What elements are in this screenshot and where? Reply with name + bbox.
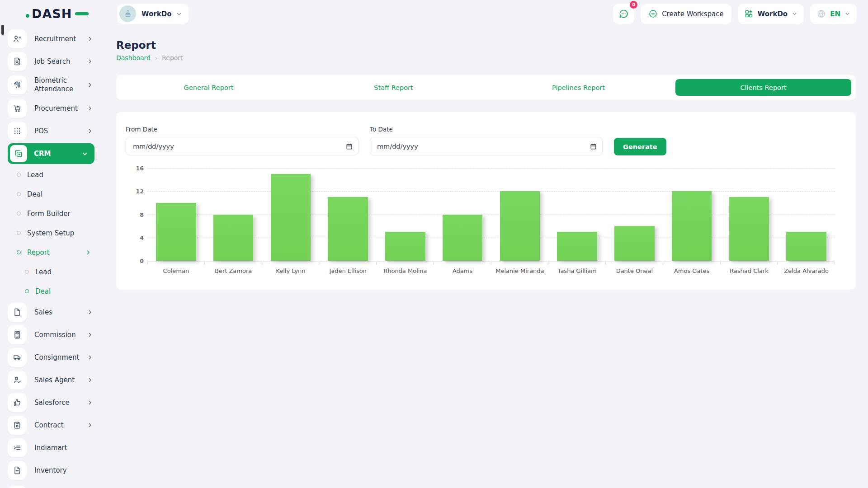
bar-slot-dante-oneal <box>606 168 663 261</box>
cart-icon <box>8 99 27 118</box>
list-arrow-icon <box>8 438 27 457</box>
chevron-right-icon <box>87 332 93 338</box>
bar-slot-tasha-gilliam <box>548 168 606 261</box>
sidebar-item-recruitment[interactable]: Recruitment <box>0 28 104 50</box>
language-button[interactable]: EN <box>810 4 857 24</box>
active-tab-button[interactable]: Clients Report <box>675 79 851 96</box>
report-tabbar: General ReportStaff ReportPipelines Repo… <box>116 75 856 100</box>
sidebar-item-item[interactable] <box>0 484 104 488</box>
sidebar-item-consignment[interactable]: Consignment <box>0 346 104 369</box>
breadcrumb: Dashboard › Report <box>116 54 856 61</box>
bar-kelly-lynn[interactable] <box>271 174 311 261</box>
x-axis-category-label: Rashad Clark <box>721 267 778 274</box>
sidebar-subitem-report[interactable]: Report <box>0 243 104 262</box>
bullet-icon <box>17 250 21 254</box>
calculator-icon <box>8 325 27 344</box>
bar-slot-coleman <box>147 168 205 261</box>
chevron-down-icon <box>81 150 88 157</box>
bar-slot-zelda-alvarado <box>778 168 835 261</box>
sidebar-item-crm[interactable]: CRM <box>8 143 94 164</box>
create-workspace-button[interactable]: Create Workspace <box>641 4 731 24</box>
sidebar-item-job-search[interactable]: Job Search <box>0 50 104 73</box>
sidebar-item-biometric-attendance[interactable]: Biometric Attendance <box>0 73 104 97</box>
sidebar-subitem-lead[interactable]: Lead <box>0 262 104 282</box>
sidebar-item-label: System Setup <box>27 229 91 237</box>
bar-rhonda-molina[interactable] <box>385 232 425 261</box>
sidebar-subitem-system-setup[interactable]: System Setup <box>0 223 104 243</box>
floppy-icon <box>8 416 27 435</box>
chevron-right-icon <box>87 309 93 315</box>
x-axis-category-label: Adams <box>434 267 491 274</box>
x-axis-category-label: Dante Oneal <box>606 267 663 274</box>
to-date-input[interactable] <box>370 137 603 155</box>
thumbs-up-icon <box>8 393 27 412</box>
chart-plot-area: 0481216 <box>147 168 835 262</box>
messages-button[interactable]: 0 <box>613 4 634 24</box>
tab-clients-report[interactable]: Clients Report <box>671 75 856 100</box>
y-axis-tick-label: 8 <box>127 211 144 218</box>
bar-slot-jaden-ellison <box>319 168 377 261</box>
file-icon <box>8 303 27 322</box>
tab-general-report[interactable]: General Report <box>116 75 301 100</box>
bar-tasha-gilliam[interactable] <box>557 232 597 261</box>
logo-dash-icon <box>75 12 89 15</box>
sidebar-item-label: Procurement <box>34 104 87 113</box>
sidebar-item-sales[interactable]: Sales <box>0 301 104 324</box>
sidebar-subitem-deal[interactable]: Deal <box>0 184 104 204</box>
sidebar-item-procurement[interactable]: Procurement <box>0 97 104 120</box>
grid-plus-icon <box>744 9 754 19</box>
workspace-switcher-button[interactable]: WorkDo <box>738 4 804 24</box>
message-count-badge: 0 <box>630 1 637 9</box>
bar-adams[interactable] <box>443 215 483 261</box>
bar-slot-amos-gates <box>663 168 721 261</box>
globe-icon <box>816 9 826 19</box>
bar-dante-oneal[interactable] <box>614 226 655 261</box>
bar-coleman[interactable] <box>156 203 196 261</box>
y-axis-tick-label: 16 <box>127 165 144 172</box>
sidebar-item-contract[interactable]: Contract <box>0 414 104 436</box>
bar-slot-adams <box>434 168 491 261</box>
x-axis-category-label: Rhonda Molina <box>377 267 434 274</box>
x-axis-category-label: Amos Gates <box>663 267 721 274</box>
chat-icon <box>618 9 629 19</box>
create-workspace-label: Create Workspace <box>662 10 724 18</box>
sidebar-item-inventory[interactable]: Inventory <box>0 459 104 482</box>
plus-circle-icon <box>648 9 658 19</box>
bar-amos-gates[interactable] <box>672 191 712 261</box>
from-date-input[interactable] <box>126 137 359 155</box>
sidebar-item-label: Indiamart <box>34 444 93 452</box>
chart-x-axis-labels: ColemanBert ZamoraKelly LynnJaden Elliso… <box>147 267 835 274</box>
bullet-icon <box>17 231 21 235</box>
sidebar-item-label: Lead <box>27 171 91 179</box>
bar-jaden-ellison[interactable] <box>328 197 368 261</box>
sidebar-item-salesforce[interactable]: Salesforce <box>0 391 104 414</box>
truck-icon <box>8 348 27 367</box>
sidebar-subitem-form-builder[interactable]: Form Builder <box>0 204 104 223</box>
from-date-label: From Date <box>126 126 359 133</box>
bar-zelda-alvarado[interactable] <box>786 232 826 261</box>
tab-pipelines-report[interactable]: Pipelines Report <box>486 75 671 100</box>
dash-logo: DASH <box>26 7 103 21</box>
breadcrumb-dashboard-link[interactable]: Dashboard <box>116 54 151 61</box>
building-icon <box>119 5 136 22</box>
sidebar-item-sales-agent[interactable]: Sales Agent <box>0 369 104 391</box>
sidebar-item-label: Consignment <box>34 353 87 362</box>
from-date-group: From Date <box>126 126 359 155</box>
tab-staff-report[interactable]: Staff Report <box>301 75 486 100</box>
chevron-right-icon <box>87 128 93 134</box>
x-axis-category-label: Bert Zamora <box>205 267 262 274</box>
bar-rashad-clark[interactable] <box>729 197 769 261</box>
workspace-pill[interactable]: WorkDo <box>117 4 189 24</box>
sidebar-item-indiamart[interactable]: Indiamart <box>0 436 104 459</box>
file-text-icon <box>8 461 27 480</box>
sidebar-item-pos[interactable]: POS <box>0 120 104 142</box>
bullet-icon <box>25 289 29 293</box>
chevron-right-icon <box>87 58 93 65</box>
bar-bert-zamora[interactable] <box>213 215 254 261</box>
sidebar-item-label: Job Search <box>34 57 87 66</box>
bar-melanie-miranda[interactable] <box>500 191 540 261</box>
sidebar-item-commission[interactable]: Commission <box>0 324 104 346</box>
sidebar-subitem-lead[interactable]: Lead <box>0 165 104 184</box>
sidebar-subitem-deal[interactable]: Deal <box>0 282 104 301</box>
generate-button[interactable]: Generate <box>614 138 666 155</box>
